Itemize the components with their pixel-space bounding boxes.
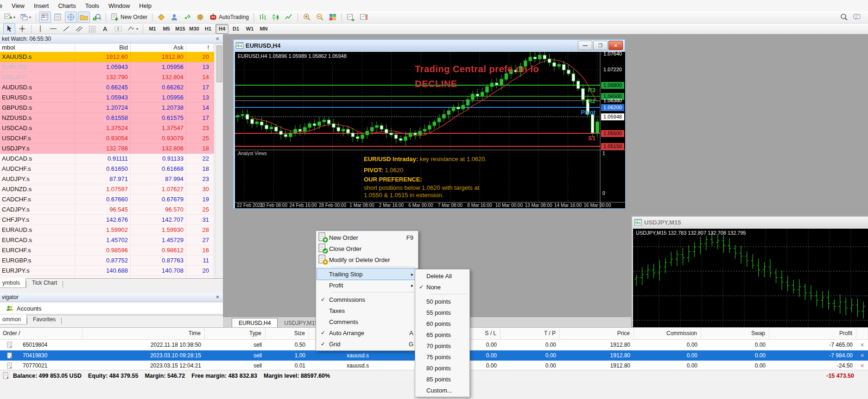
bar-chart-button[interactable] [257, 12, 269, 23]
alerts-button[interactable] [181, 12, 193, 23]
terminal-col-order[interactable]: Order / [0, 328, 82, 339]
menu-item-60-points[interactable]: 60 points [416, 318, 469, 329]
options-button[interactable] [194, 12, 206, 23]
minimize-button[interactable]: — [578, 41, 592, 50]
expert-advisors-button[interactable] [168, 12, 180, 23]
timeframe-m5[interactable]: M5 [160, 24, 173, 34]
market-watch-row-gbpusd-s[interactable]: GBPUSD.s1.207241.2073814 [0, 103, 214, 113]
strategy-tester-toggle[interactable] [91, 12, 103, 23]
menu-item-custom[interactable]: Custom... [416, 385, 469, 396]
zoom-out-button[interactable] [314, 12, 326, 23]
terminal-col-swap[interactable]: Swap [701, 328, 769, 339]
menu-item-close-order[interactable]: Close Order [317, 243, 417, 254]
menu-insert[interactable]: Insert [29, 1, 54, 11]
menu-item-taxes[interactable]: Taxes [317, 305, 417, 316]
market-watch-row-audjpy-s[interactable]: AUDJPY.s87.97187.99423 [0, 174, 214, 184]
market-watch-scrollbar[interactable] [215, 44, 223, 275]
terminal-col-price[interactable]: Price [560, 328, 634, 339]
window-titlebar[interactable]: USDJPY,M15 [632, 217, 868, 228]
close-position-icon[interactable]: ✕ [856, 342, 868, 348]
column-symbol[interactable]: mbol [0, 44, 75, 52]
fibonacci-button[interactable] [86, 23, 98, 34]
autotrading-button[interactable]: AutoTrading [207, 12, 251, 23]
market-watch-row-xauusd-s[interactable]: XAUUSD.s1912.601912.8020 [0, 52, 214, 62]
market-watch-row-eurjpy-s[interactable]: EURJPY.s140.688140.70820 [0, 266, 214, 276]
terminal-toggle[interactable] [78, 12, 90, 23]
tab-favorites[interactable]: Favorites [27, 315, 61, 324]
market-watch-row-eurusd-s[interactable]: EURUSD.s1.059431.0595613 [0, 93, 214, 103]
timeframe-h1[interactable]: H1 [202, 24, 215, 34]
menu-file[interactable]: File [0, 1, 7, 11]
market-watch-toggle[interactable] [39, 12, 51, 23]
tile-windows-button[interactable] [327, 12, 339, 23]
cursor-button[interactable] [3, 23, 15, 34]
terminal-col-type[interactable]: Type [205, 328, 266, 339]
menu-item-70-points[interactable]: 70 points [416, 340, 469, 351]
market-watch-row-usdcad-s[interactable]: USDCAD.s1.375241.3754723 [0, 123, 214, 133]
menu-charts[interactable]: Charts [53, 1, 80, 11]
menu-item-modify-or-delete-order[interactable]: Modify or Delete Order [317, 254, 417, 265]
menu-view[interactable]: View [7, 1, 29, 11]
navigator-toggle[interactable] [65, 12, 77, 23]
terminal-col-profit[interactable]: Profit [769, 328, 856, 339]
crosshair-button[interactable] [16, 23, 28, 34]
menu-item-none[interactable]: ✓None [416, 281, 469, 293]
menu-item-50-points[interactable]: 50 points [416, 296, 469, 307]
market-watch-row-usdjpy[interactable]: USDJPY132.790132.80414 [0, 72, 214, 82]
trendline-button[interactable] [60, 23, 72, 34]
tab-tick-chart[interactable]: Tick Chart [26, 278, 63, 287]
menu-item-65-points[interactable]: 65 points [416, 329, 469, 340]
chart-shift-button[interactable] [358, 12, 370, 23]
menu-item-delete-all[interactable]: Delete All [416, 270, 469, 281]
market-watch-row-eurcad-s[interactable]: EURCAD.s1.457021.4572927 [0, 235, 214, 245]
market-watch-row-audusd-s[interactable]: AUDUSD.s0.662450.6626217 [0, 82, 214, 93]
menu-item-comments[interactable]: Comments [317, 316, 417, 327]
close-button[interactable]: ✕ [608, 41, 623, 50]
menu-item-grid[interactable]: ✓GridG [317, 338, 417, 349]
market-watch-row-eurusd[interactable]: EURUSD1.059431.0595613 [0, 62, 214, 72]
column-ask[interactable]: Ask [131, 44, 186, 52]
market-watch-row-cadjpy-s[interactable]: CADJPY.s96.54596.57025 [0, 205, 214, 215]
eurusd-chart[interactable]: EURUSD,H4 1.05896 1.05989 1.05862 1.0594… [235, 52, 625, 208]
column-spread[interactable]: ! [186, 44, 214, 52]
chart-tab-eurusd-h4[interactable]: EURUSD,H4 [232, 318, 278, 328]
tab-ymbols[interactable]: ymbols [0, 278, 26, 288]
menu-item-new-order[interactable]: New OrderF9 [317, 232, 417, 243]
scrollbar-thumb[interactable] [216, 45, 222, 82]
market-watch-row-audchf-s[interactable]: AUDCHF.s0.616500.6166818 [0, 164, 214, 174]
usdjpy-chart[interactable]: USDJPY,M15 132.783 132.807 132.708 132.7… [633, 229, 868, 327]
menu-item-profit[interactable]: Profit▸ [317, 280, 417, 291]
close-position-icon[interactable]: ✕ [856, 363, 868, 369]
market-watch-row-usdchf-s[interactable]: USDCHF.s0.930540.9307925 [0, 133, 214, 143]
market-watch-row-euraud-s[interactable]: EURAUD.s1.599021.5993028 [0, 225, 214, 235]
market-watch-row-audcad-s[interactable]: AUDCAD.s0.911110.9113322 [0, 154, 214, 164]
line-chart-button[interactable] [283, 12, 295, 23]
auto-scroll-button[interactable] [345, 12, 357, 23]
close-position-icon[interactable]: ✕ [856, 353, 868, 359]
candlestick-button[interactable] [270, 12, 282, 23]
market-watch-row-cadchf-s[interactable]: CADCHF.s0.676600.6767919 [0, 194, 214, 205]
metaeditor-button[interactable] [155, 12, 167, 23]
horizontal-line-button[interactable] [47, 23, 59, 34]
terminal-col-commission[interactable]: Commission [634, 328, 701, 339]
window-titlebar[interactable]: EURUSD,H4 — ❐ ✕ [234, 40, 625, 51]
channel-button[interactable] [73, 23, 85, 34]
new-chart-button[interactable]: ▾ [2, 12, 17, 23]
timeframe-w1[interactable]: W1 [243, 24, 256, 34]
timeframe-mn[interactable]: MN [257, 24, 270, 34]
market-watch-row-nzdusd-s[interactable]: NZDUSD.s0.615580.6157517 [0, 113, 214, 123]
profiles-button[interactable]: ▾ [18, 12, 33, 23]
market-watch-row-usdjpy-s[interactable]: USDJPY.s132.788132.80618 [0, 143, 214, 154]
close-icon[interactable]: × [215, 35, 219, 42]
market-watch-row-eurgbp-s[interactable]: EURGBP.s0.877520.8776311 [0, 256, 214, 266]
menu-window[interactable]: Window [104, 1, 134, 11]
timeframe-m30[interactable]: M30 [188, 24, 201, 34]
navigator-item-accounts[interactable]: Accounts [0, 303, 223, 313]
menu-item-commissions[interactable]: ✓Commissions [317, 294, 417, 305]
menu-tools[interactable]: Tools [81, 1, 104, 11]
market-watch-row-chfjpy-s[interactable]: CHFJPY.s142.676142.70731 [0, 215, 214, 225]
chat-button[interactable] [851, 12, 863, 23]
restore-button[interactable]: ❐ [593, 41, 608, 50]
label-button[interactable]: T [112, 23, 124, 34]
menu-item-55-points[interactable]: 55 points [416, 307, 469, 318]
